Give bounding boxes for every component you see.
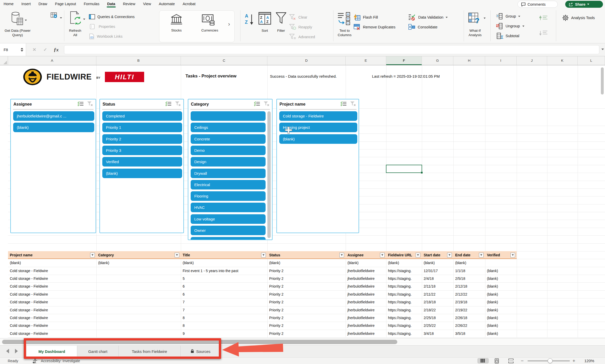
slicer-item[interactable]: Low voltage [191, 214, 266, 224]
menu-item-page-layout[interactable]: Page Layout [55, 0, 76, 8]
multi-select-icon[interactable] [165, 101, 172, 107]
slicer-item[interactable]: Owner [191, 226, 266, 235]
remove-duplicates-button[interactable]: Remove Duplicates [353, 24, 395, 30]
flash-fill-button[interactable]: Flash Fill [353, 14, 378, 21]
multi-select-icon[interactable] [77, 101, 84, 107]
menu-item-formulas[interactable]: Formulas [84, 0, 99, 8]
filter-dropdown-icon[interactable] [479, 253, 484, 257]
clear-filter-button[interactable]: Clear [289, 14, 307, 21]
column-header-K[interactable]: K [547, 56, 578, 65]
show-detail-button[interactable] [539, 15, 548, 22]
tab-sources[interactable]: Sources [181, 346, 221, 357]
enter-icon[interactable]: ✓ [43, 43, 47, 56]
slicer-item[interactable]: Cold storage - Fieldwire [279, 111, 357, 121]
slicer-item[interactable]: Electrical [191, 180, 266, 189]
slicer-item[interactable]: Concrete [191, 134, 266, 144]
slicer-item[interactable]: Completed [102, 111, 182, 121]
sort-button[interactable]: ZAAZ [258, 12, 271, 26]
gallery-expand-icon[interactable]: › [228, 21, 230, 28]
slicer-item[interactable]: Priority 1 [102, 123, 182, 132]
menu-item-home[interactable]: Home [4, 0, 14, 8]
menu-item-automate[interactable]: Automate [159, 0, 175, 8]
data-validation-button[interactable]: Data Validation [408, 14, 448, 21]
tab-scroll-right-icon[interactable] [15, 349, 18, 353]
fx-icon[interactable]: ƒx [54, 43, 59, 56]
filter-dropdown-icon[interactable] [90, 253, 95, 257]
normal-view-button[interactable] [477, 358, 489, 363]
zoom-out-button[interactable]: − [521, 358, 524, 364]
slicer-item[interactable]: (blank) [13, 123, 94, 132]
column-header-I[interactable]: I [485, 56, 517, 65]
zoom-level[interactable]: 120% [584, 358, 594, 364]
slicer-item[interactable] [191, 111, 266, 121]
sort-az-button[interactable]: AZ [244, 13, 255, 27]
what-if-analysis-button[interactable]: ? [468, 12, 482, 25]
zoom-slider-knob[interactable] [548, 358, 553, 363]
slicer-item[interactable]: Paint [191, 237, 266, 240]
selected-cell-F8[interactable] [386, 165, 422, 173]
vertical-scrollbar[interactable] [601, 67, 604, 94]
column-header-A[interactable]: A [8, 56, 96, 65]
multi-select-icon[interactable] [340, 101, 347, 107]
filter-dropdown-icon[interactable] [510, 253, 515, 257]
filter-dropdown-icon[interactable] [339, 253, 344, 257]
filter-dropdown-icon[interactable] [175, 253, 179, 257]
workbook-links-button[interactable]: Workbook Links [89, 33, 122, 40]
name-box[interactable]: F8 [0, 43, 26, 56]
column-header-F[interactable]: F [386, 56, 422, 65]
slicer-item[interactable]: Design [191, 157, 266, 167]
tab-my-dashboard[interactable]: My Dashboard [27, 346, 77, 357]
menu-item-review[interactable]: Review [123, 0, 135, 8]
filter-label[interactable]: Filter [274, 28, 288, 33]
analysis-tools-button[interactable]: Analysis Tools [562, 14, 595, 21]
column-header-C[interactable]: C [181, 56, 267, 65]
slicer-item[interactable]: Housing project [279, 123, 357, 132]
accessibility-status[interactable]: Accessibility: Investigate [41, 358, 80, 364]
formula-bar-expand-icon[interactable] [601, 49, 604, 50]
tab-tasks-from-fieldwire[interactable]: Tasks from Fieldwire [119, 346, 181, 357]
slicer-item[interactable]: Flooring [191, 191, 266, 201]
menu-item-draw[interactable]: Draw [38, 0, 47, 8]
stocks-label[interactable]: Stocks [159, 28, 193, 33]
slicer-item[interactable]: Priority 2 [102, 134, 182, 144]
page-layout-view-button[interactable] [491, 358, 503, 363]
hide-detail-button[interactable] [539, 30, 548, 37]
slicer-item[interactable]: Ceilings [191, 123, 266, 132]
slicer-item[interactable]: Verified [102, 157, 182, 167]
clear-filter-icon[interactable] [350, 101, 356, 107]
advanced-filter-button[interactable]: Advanced [289, 34, 315, 40]
share-button[interactable]: Share [565, 1, 603, 8]
slicer-item[interactable]: Demo [191, 146, 266, 155]
slicer-item[interactable]: jherbulotfieldwire@gmail.c ... [13, 111, 94, 121]
group-button[interactable]: Group [496, 13, 520, 20]
from-picture-button[interactable] [51, 12, 62, 20]
properties-button[interactable]: Properties [90, 23, 115, 30]
column-header-J[interactable]: J [517, 56, 547, 65]
menu-item-view[interactable]: View [143, 0, 151, 8]
select-all-corner[interactable] [0, 56, 8, 65]
cancel-icon[interactable]: ✕ [33, 43, 36, 56]
sort-label[interactable]: Sort [255, 28, 275, 33]
sheet-canvas[interactable]: FIELDWIRE BY HILTI Tasks - Project overv… [0, 65, 605, 338]
menu-item-acrobat[interactable]: Acrobat [183, 0, 196, 8]
horizontal-scrollbar-thumb[interactable] [2, 340, 397, 344]
clear-filter-icon[interactable] [87, 101, 93, 107]
filter-dropdown-icon[interactable] [416, 253, 420, 257]
filter-button[interactable] [275, 12, 287, 26]
queries-connections-button[interactable]: Queries & Connections [89, 13, 135, 20]
slicer-item[interactable]: (blank) [102, 169, 182, 178]
subtotal-button[interactable]: Σ Subtotal [496, 33, 519, 39]
fill-handle[interactable] [421, 171, 423, 174]
tab-gantt-chart[interactable]: Gantt chart [77, 346, 119, 357]
name-box-spinner[interactable] [21, 48, 23, 52]
filter-dropdown-icon[interactable] [380, 253, 385, 257]
tab-scroll-left-icon[interactable] [6, 349, 9, 353]
column-header-B[interactable]: B [96, 56, 181, 65]
slicer-item[interactable]: Drywall [191, 169, 266, 178]
consolidate-button[interactable]: Consolidate [408, 24, 438, 30]
comments-button[interactable]: Comments [517, 1, 558, 8]
get-data-button[interactable] [10, 11, 24, 27]
filter-dropdown-icon[interactable] [447, 253, 452, 257]
reapply-button[interactable]: Reapply [289, 24, 312, 30]
formula-input[interactable] [64, 45, 599, 54]
